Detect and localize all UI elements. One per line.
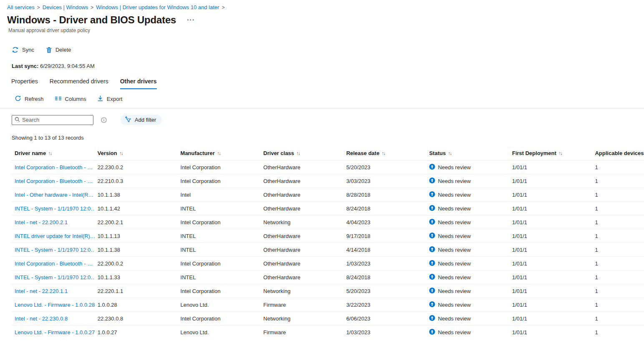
status-label: Needs review — [438, 260, 471, 267]
column-header-version[interactable]: Version↑↓ — [95, 146, 178, 160]
search-input[interactable] — [22, 117, 96, 123]
breadcrumb-separator: > — [37, 5, 40, 10]
status-cell: Needs review — [426, 229, 509, 243]
driver-name-link[interactable]: Intel - net - 22.200.2.1 — [15, 219, 68, 225]
release-date-cell: 6/06/2023 — [343, 312, 426, 325]
needs-review-icon — [429, 191, 435, 198]
driver-name-link[interactable]: Intel - Other hardware - Intel(R… — [15, 192, 93, 198]
driver-name-cell: Intel Corporation - Bluetooth - … — [12, 257, 95, 270]
page-title: Windows - Driver and BIOS Updates — [7, 14, 176, 26]
driver-name-cell: Intel - net - 22.220.1.1 — [12, 284, 95, 298]
table-row: INTEL - System - 1/1/1970 12:0… 10.1.1.4… — [12, 202, 644, 215]
manufacturer-cell: INTEL — [178, 229, 261, 243]
status-cell: Needs review — [426, 174, 509, 188]
manufacturer-cell: Intel Corporation — [178, 174, 261, 188]
driver-name-link[interactable]: INTEL - System - 1/1/1970 12:0… — [15, 205, 95, 212]
status-cell: Needs review — [426, 160, 509, 174]
breadcrumb-devices-windows[interactable]: Devices | Windows — [43, 4, 88, 10]
driver-class-cell: Networking — [260, 284, 343, 298]
tab-other-drivers[interactable]: Other drivers — [120, 78, 157, 89]
release-date-cell: 5/20/2023 — [343, 284, 426, 298]
column-header-driver-name[interactable]: Driver name↑↓ — [12, 146, 95, 160]
driver-name-link[interactable]: Intel Corporation - Bluetooth - … — [15, 178, 93, 184]
version-cell: 10.1.1.38 — [95, 243, 178, 257]
status-cell: Needs review — [426, 312, 509, 325]
status-cell: Needs review — [426, 257, 509, 270]
driver-name-cell: Intel - net - 22.200.2.1 — [12, 215, 95, 229]
more-actions-icon[interactable]: ··· — [187, 16, 195, 24]
driver-name-link[interactable]: INTEL - System - 1/1/1970 12:0… — [15, 274, 95, 280]
first-deployment-cell: 1/01/1 — [509, 257, 592, 270]
driver-table-body: Intel Corporation - Bluetooth - … 22.230… — [12, 160, 644, 339]
column-header-driver-class[interactable]: Driver class↑↓ — [260, 146, 343, 160]
add-filter-button[interactable]: Add filter — [121, 115, 162, 125]
driver-name-link[interactable]: Intel Corporation - Bluetooth - … — [15, 260, 93, 267]
driver-class-cell: OtherHardware — [260, 202, 343, 215]
tab-properties[interactable]: Properties — [11, 78, 38, 89]
delete-button[interactable]: Delete — [46, 47, 71, 53]
applicable-devices-cell: 1 — [592, 298, 644, 312]
table-row: Intel - net - 22.230.0.8 22.230.0.8 Inte… — [12, 312, 644, 325]
sync-button[interactable]: Sync — [12, 46, 34, 53]
driver-name-link[interactable]: Intel Corporation - Bluetooth - … — [15, 164, 93, 170]
column-header-first-deployment[interactable]: First Deployment↑↓ — [509, 146, 592, 160]
breadcrumb-separator: > — [91, 5, 93, 10]
refresh-label: Refresh — [25, 96, 44, 102]
version-cell: 1.0.0.27 — [95, 325, 178, 339]
driver-name-cell: INTEL - System - 1/1/1970 12:0… — [12, 270, 95, 284]
driver-class-cell: OtherHardware — [260, 270, 343, 284]
trash-icon — [46, 47, 52, 53]
status-cell: Needs review — [426, 188, 509, 202]
release-date-cell: 3/03/2023 — [343, 174, 426, 188]
table-row: Lenovo Ltd. - Firmware - 1.0.0.27 1.0.0.… — [12, 325, 644, 339]
columns-label: Columns — [65, 96, 86, 102]
driver-name-link[interactable]: Intel - net - 22.230.0.8 — [15, 315, 68, 322]
manufacturer-cell: Lenovo Ltd. — [178, 298, 261, 312]
driver-name-cell: Intel Corporation - Bluetooth - … — [12, 174, 95, 188]
refresh-button[interactable]: Refresh — [15, 95, 44, 103]
manufacturer-cell: Intel Corporation — [178, 257, 261, 270]
breadcrumb-driver-updates[interactable]: Windows | Driver updates for Windows 10 … — [96, 4, 219, 10]
needs-review-icon — [429, 205, 435, 212]
breadcrumb-all-services[interactable]: All services — [7, 4, 35, 10]
column-header-applicable-devices[interactable]: Applicable devices↑ — [592, 146, 644, 160]
first-deployment-cell: 1/01/1 — [509, 174, 592, 188]
driver-name-link[interactable]: Lenovo Ltd. - Firmware - 1.0.0.28 — [15, 302, 95, 308]
driver-class-cell: OtherHardware — [260, 160, 343, 174]
column-header-release-date[interactable]: Release date↑↓ — [343, 146, 426, 160]
page-subtitle: Manual approval driver update policy — [8, 28, 644, 33]
driver-class-cell: OtherHardware — [260, 229, 343, 243]
records-summary: Showing 1 to 13 of 13 records — [12, 135, 644, 141]
driver-name-link[interactable]: INTEL driver update for Intel(R)… — [15, 233, 95, 239]
needs-review-icon — [429, 329, 435, 336]
release-date-cell: 1/03/2023 — [343, 257, 426, 270]
column-header-manufacturer[interactable]: Manufacturer↑↓ — [178, 146, 261, 160]
first-deployment-cell: 1/01/1 — [509, 188, 592, 202]
columns-button[interactable]: Columns — [55, 95, 86, 103]
export-button[interactable]: Export — [97, 95, 123, 103]
driver-name-link[interactable]: Intel - net - 22.220.1.1 — [15, 288, 68, 294]
version-cell: 22.220.1.1 — [95, 284, 178, 298]
status-cell: Needs review — [426, 215, 509, 229]
driver-name-link[interactable]: INTEL - System - 1/1/1970 12:0… — [15, 247, 95, 253]
driver-name-cell: Lenovo Ltd. - Firmware - 1.0.0.27 — [12, 325, 95, 339]
table-row: Intel - net - 22.220.1.1 22.220.1.1 Inte… — [12, 284, 644, 298]
version-cell: 10.1.1.13 — [95, 229, 178, 243]
version-cell: 10.1.1.38 — [95, 188, 178, 202]
toolbar-divider — [0, 108, 644, 108]
search-box[interactable] — [12, 115, 93, 125]
driver-name-cell: INTEL driver update for Intel(R)… — [12, 229, 95, 243]
column-header-status[interactable]: Status↑↓ — [426, 146, 509, 160]
sort-icon: ↑↓ — [382, 150, 385, 156]
breadcrumb: All services > Devices | Windows > Windo… — [0, 0, 644, 10]
version-cell: 10.1.1.42 — [95, 202, 178, 215]
first-deployment-cell: 1/01/1 — [509, 312, 592, 325]
add-filter-label: Add filter — [135, 117, 156, 123]
info-icon[interactable] — [101, 117, 107, 123]
tab-recommended-drivers[interactable]: Recommended drivers — [50, 78, 108, 89]
first-deployment-cell: 1/01/1 — [509, 160, 592, 174]
table-row: INTEL driver update for Intel(R)… 10.1.1… — [12, 229, 644, 243]
status-label: Needs review — [438, 302, 471, 308]
driver-name-link[interactable]: Lenovo Ltd. - Firmware - 1.0.0.27 — [15, 329, 95, 335]
driver-name-cell: Intel - net - 22.230.0.8 — [12, 312, 95, 325]
